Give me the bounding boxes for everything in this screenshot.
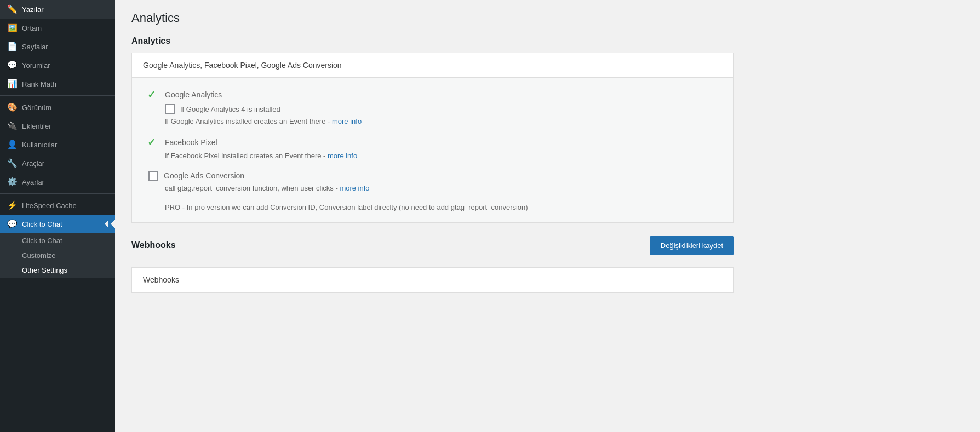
- sidebar-submenu: Click to Chat Customize Other Settings: [0, 233, 115, 278]
- sidebar-item-label: Araçlar: [22, 159, 44, 168]
- submenu-label: Click to Chat: [22, 237, 62, 245]
- sidebar-item-label: LiteSpeed Cache: [22, 201, 77, 210]
- sidebar-item-label: Yazılar: [22, 5, 44, 14]
- sidebar-item-label: Rank Math: [22, 80, 56, 88]
- yorumlar-icon: 💬: [7, 60, 18, 70]
- sidebar-item-label: Ayarlar: [22, 178, 44, 186]
- facebook-pixel-title: Facebook Pixel: [165, 138, 217, 147]
- sidebar-item-ayarlar[interactable]: ⚙️ Ayarlar: [0, 172, 115, 191]
- ga4-label: If Google Analytics 4 is installed: [180, 105, 280, 113]
- sidebar-submenu-item-customize[interactable]: Customize: [0, 248, 115, 263]
- araclar-icon: 🔧: [7, 158, 18, 168]
- click-to-chat-icon: 💬: [7, 219, 18, 229]
- sidebar-item-label: Ortam: [22, 24, 42, 32]
- google-ads-header: Google Ads Conversion: [147, 171, 718, 181]
- sayfalar-icon: 📄: [7, 42, 18, 51]
- page-title: Analytics: [131, 11, 964, 25]
- google-analytics-description: If Google Analytics installed creates an…: [165, 117, 718, 125]
- save-button[interactable]: Değişiklikleri kaydet: [650, 236, 734, 255]
- analytics-card-body: ✓ Google Analytics If Google Analytics 4…: [132, 78, 733, 222]
- ga-ads-desc-text: call gtag.report_conversion function, wh…: [165, 184, 340, 192]
- fb-more-info-link[interactable]: more info: [328, 152, 357, 160]
- sidebar-item-label: Kullanıcılar: [22, 141, 57, 149]
- sidebar-item-yorumlar[interactable]: 💬 Yorumlar: [0, 56, 115, 74]
- sidebar-item-label: Görünüm: [22, 103, 51, 112]
- yazilar-icon: ✏️: [7, 4, 18, 14]
- pro-note: PRO - In pro version we can add Conversi…: [165, 203, 718, 211]
- google-analytics-title: Google Analytics: [165, 90, 222, 99]
- fb-desc-text: If Facebook Pixel installed creates an E…: [165, 152, 328, 160]
- main-content: Analytics Analytics Google Analytics, Fa…: [115, 0, 980, 432]
- ga4-sub-option: If Google Analytics 4 is installed: [165, 104, 718, 114]
- sidebar-item-sayfalar[interactable]: 📄 Sayfalar: [0, 37, 115, 56]
- facebook-pixel-description: If Facebook Pixel installed creates an E…: [165, 152, 718, 160]
- google-analytics-item: ✓ Google Analytics If Google Analytics 4…: [147, 89, 718, 125]
- sidebar-item-click-to-chat[interactable]: 💬 Click to Chat: [0, 215, 115, 233]
- sidebar-item-label: Sayfalar: [22, 43, 48, 51]
- analytics-section: Analytics Google Analytics, Facebook Pix…: [131, 36, 964, 223]
- gorunum-icon: 🎨: [7, 102, 18, 112]
- submenu-label: Customize: [22, 251, 55, 260]
- sidebar-item-eklentiler[interactable]: 🔌 Eklentiler: [0, 117, 115, 135]
- sidebar-item-yazilar[interactable]: ✏️ Yazılar: [0, 0, 115, 19]
- google-analytics-header: ✓ Google Analytics: [147, 89, 718, 101]
- ayarlar-icon: ⚙️: [7, 177, 18, 187]
- litespeed-icon: ⚡: [7, 200, 18, 210]
- sidebar-item-rank-math[interactable]: 📊 Rank Math: [0, 74, 115, 93]
- google-ads-checkbox[interactable]: [148, 171, 158, 181]
- sidebar-divider-2: [0, 193, 115, 194]
- google-ads-title: Google Ads Conversion: [164, 171, 244, 180]
- analytics-card-header: Google Analytics, Facebook Pixel, Google…: [132, 53, 733, 78]
- webhooks-section: Webhooks Değişiklikleri kaydet Webhooks: [131, 236, 964, 293]
- google-ads-description: call gtag.report_conversion function, wh…: [165, 184, 718, 192]
- webhooks-section-label: Webhooks: [131, 240, 176, 250]
- facebook-pixel-item: ✓ Facebook Pixel If Facebook Pixel insta…: [147, 136, 718, 160]
- sidebar-item-gorunum[interactable]: 🎨 Görünüm: [0, 98, 115, 117]
- sidebar-item-label: Click to Chat: [22, 220, 62, 228]
- facebook-pixel-checkmark: ✓: [147, 136, 159, 148]
- sidebar-submenu-item-click-to-chat[interactable]: Click to Chat: [0, 233, 115, 248]
- sidebar-item-ortam[interactable]: 🖼️ Ortam: [0, 19, 115, 37]
- ga-desc-text: If Google Analytics installed creates an…: [165, 117, 332, 125]
- ga4-checkbox[interactable]: [165, 104, 175, 114]
- rank-math-icon: 📊: [7, 79, 18, 89]
- analytics-section-label: Analytics: [131, 36, 964, 46]
- sidebar-item-label: Eklentiler: [22, 122, 51, 130]
- ga-ads-more-info-link[interactable]: more info: [340, 184, 369, 192]
- ga-more-info-link[interactable]: more info: [332, 117, 362, 125]
- sidebar-item-kullanicilar[interactable]: 👤 Kullanıcılar: [0, 135, 115, 154]
- webhooks-card: Webhooks: [131, 267, 734, 293]
- google-analytics-checkmark: ✓: [147, 89, 159, 101]
- sidebar: ✏️ Yazılar 🖼️ Ortam 📄 Sayfalar 💬 Yorumla…: [0, 0, 115, 432]
- kullanicilar-icon: 👤: [7, 140, 18, 149]
- webhooks-card-header: Webhooks: [132, 268, 733, 292]
- webhooks-header-row: Webhooks Değişiklikleri kaydet: [131, 236, 734, 261]
- sidebar-arrow-indicator: [105, 220, 108, 228]
- ortam-icon: 🖼️: [7, 23, 18, 33]
- google-ads-item: Google Ads Conversion call gtag.report_c…: [147, 171, 718, 192]
- sidebar-item-araclar[interactable]: 🔧 Araçlar: [0, 154, 115, 172]
- sidebar-submenu-item-other-settings[interactable]: Other Settings: [0, 263, 115, 278]
- sidebar-divider: [0, 95, 115, 96]
- sidebar-item-litespeed[interactable]: ⚡ LiteSpeed Cache: [0, 196, 115, 215]
- analytics-card: Google Analytics, Facebook Pixel, Google…: [131, 53, 734, 223]
- submenu-label: Other Settings: [22, 266, 67, 274]
- eklentiler-icon: 🔌: [7, 121, 18, 131]
- facebook-pixel-header: ✓ Facebook Pixel: [147, 136, 718, 148]
- sidebar-item-label: Yorumlar: [22, 61, 50, 70]
